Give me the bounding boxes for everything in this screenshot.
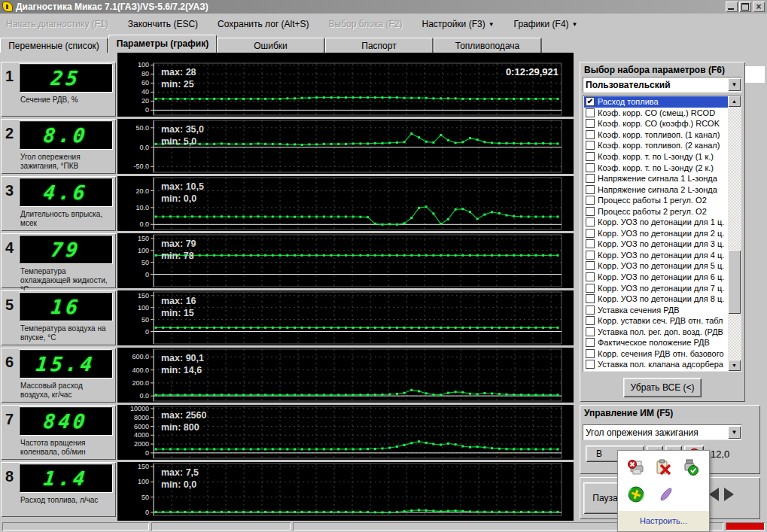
checkbox-icon[interactable] (586, 207, 595, 216)
menu-item[interactable]: Закончить (ESC) (128, 19, 198, 29)
checkbox-icon[interactable] (586, 360, 595, 369)
checkbox-icon[interactable] (586, 174, 595, 183)
parameter-list-item[interactable]: Корр. УОЗ по детонации для 7 ц. (584, 282, 728, 293)
scrollbar-thumb[interactable] (728, 250, 741, 314)
parameter-list-item[interactable]: Фактическое положение РДВ (584, 337, 728, 348)
graph-plot: 1000080006000400020000max: 2560min: 800 (117, 405, 574, 460)
printer-error-icon[interactable] (627, 458, 645, 476)
checkbox-icon[interactable] (586, 316, 595, 325)
parameter-index: 2 (5, 125, 14, 142)
parameter-list-item[interactable]: Корр. УОЗ по детонации для 3 ц. (584, 239, 728, 250)
tab-inactive[interactable]: Переменные (список) (0, 38, 108, 53)
graph-row: 150100500max: 7,5min: 0,0 (117, 462, 574, 517)
svg-text:10000: 10000 (130, 405, 149, 412)
parameter-tile: 81.4Расход топлива, л/час (1, 462, 116, 517)
checkbox-icon[interactable] (586, 239, 595, 248)
tab-inactive[interactable]: Паспорт (325, 38, 434, 53)
parameter-value: 1.4 (42, 467, 89, 490)
parameter-list-item[interactable]: Корр. УОЗ по детонации для 2 ц. (584, 228, 728, 239)
parameter-list-item[interactable]: Коэф. корр. т. по L-зонду (1 к.) (584, 151, 728, 163)
parameter-list-item[interactable]: Корр. УОЗ по детонации для 1 ц. (584, 217, 728, 228)
clipboard-delete-icon[interactable] (654, 458, 672, 476)
tab-inactive[interactable]: Топливоподача (434, 38, 542, 53)
parameter-list-item[interactable]: Напряжение сигнала 2 L-зонда (584, 184, 728, 195)
parameter-list-item[interactable]: Уставка пол. клапана адсорбера (584, 359, 728, 370)
menu-item: Выбор блока (F2) (329, 19, 403, 29)
checkbox-icon[interactable] (586, 130, 595, 139)
feather-icon[interactable] (657, 485, 675, 503)
checkbox-icon[interactable] (586, 163, 595, 172)
tab-active[interactable]: Параметры (график) (108, 35, 217, 53)
parameter-list-item[interactable]: Коэф. корр. СО (коэфф.) RCOK (584, 118, 728, 129)
led-display: 8.0 (20, 121, 112, 149)
checkbox-icon[interactable] (586, 327, 595, 336)
parameter-list-label: Напряжение сигнала 1 L-зонда (598, 174, 717, 183)
scroll-down-icon[interactable]: ▼ (728, 360, 741, 371)
checkbox-icon[interactable] (586, 185, 595, 194)
parameter-value: 840 (42, 410, 89, 433)
parameter-list-item[interactable]: Процесс работы 2 регул. О2 (584, 205, 728, 217)
checkbox-icon[interactable] (586, 141, 595, 150)
parameter-list-item[interactable]: Коэф. корр. топливоп. (1 канал) (584, 129, 728, 141)
parameter-list-item[interactable]: Корр. УОЗ по детонации для 4 ц. (584, 250, 728, 261)
parameter-list-item[interactable]: Корр. уставки сеч. РДВ отн. табл (584, 315, 728, 327)
checkbox-icon[interactable]: ✔ (586, 97, 595, 106)
parameter-set-combobox[interactable]: Пользовательский ▼ (583, 77, 741, 93)
close-button[interactable]: × (753, 2, 765, 12)
menu-item[interactable]: Сохранить лог (Alt+S) (218, 19, 309, 29)
checkbox-icon[interactable] (586, 229, 595, 238)
checkbox-icon[interactable] (586, 349, 595, 358)
restore-icon (741, 3, 749, 11)
checkbox-icon[interactable] (586, 251, 595, 260)
parameter-list-item[interactable]: Напряжение сигнала 1 L-зонда (584, 173, 728, 184)
parameter-list-label: Уставка пол. рег. доп. возд. (РДВ (598, 327, 723, 336)
checkbox-icon[interactable] (586, 152, 595, 161)
narrow-arrow-icon[interactable] (709, 488, 719, 501)
menu-item[interactable]: Графики (F4)▼ (514, 19, 578, 29)
led-display: 4.6 (20, 178, 112, 206)
parameter-list-item[interactable]: Корр. сечения РДВ отн. базового (584, 348, 728, 360)
antivirus-sphere-icon[interactable] (627, 485, 645, 503)
parameter-list-item[interactable]: Корр. УОЗ по детонации для 6 ц. (584, 272, 728, 283)
parameter-list-item[interactable]: ✔Расход топлива (584, 96, 728, 108)
parameter-list-label: Корр. УОЗ по детонации для 3 ц. (598, 239, 724, 248)
parameter-list-item[interactable]: Уставка пол. рег. доп. возд. (РДВ (584, 326, 728, 337)
parameter-list-item[interactable]: Коэф. корр. топливоп. (2 канал) (584, 140, 728, 151)
chevron-down-icon[interactable]: ▼ (728, 78, 741, 91)
checkbox-icon[interactable] (586, 217, 595, 226)
graph-plot: 20.010.00.0max: 10,5min: 0,0 (117, 176, 574, 231)
parameter-list-item[interactable]: Процесс работы 1 регул. О2 (584, 195, 728, 206)
checkbox-icon[interactable] (586, 284, 595, 293)
checkbox-icon[interactable] (586, 119, 595, 128)
svg-text:50: 50 (142, 316, 149, 324)
parameter-list-label: Коэф. корр. т. по L-зонду (1 к.) (598, 152, 714, 161)
checkbox-icon[interactable] (586, 261, 595, 270)
graph-plot: 50.00.0-50.0max: 35,0min: 5,0 (117, 119, 574, 174)
usb-connected-icon[interactable] (681, 458, 699, 476)
restore-button[interactable] (739, 2, 751, 12)
checkbox-icon[interactable] (586, 108, 595, 117)
checkbox-icon[interactable] (586, 338, 595, 347)
checkbox-icon[interactable] (586, 196, 595, 205)
chevron-down-icon[interactable]: ▼ (728, 426, 741, 439)
parameter-list-item[interactable]: Корр. УОЗ по детонации для 5 ц. (584, 260, 728, 272)
widen-arrow-icon[interactable] (724, 488, 734, 501)
remove-all-button[interactable]: Убрать ВСЕ (<) (623, 378, 702, 397)
actuator-combobox[interactable]: Угол опрежения зажигания ▼ (583, 424, 741, 440)
scroll-up-icon[interactable]: ▲ (728, 96, 741, 107)
menu-item[interactable]: Настройки (F3)▼ (422, 19, 494, 29)
parameter-list-label: Коэф. корр. топливоп. (1 канал) (598, 130, 720, 139)
minimize-button[interactable] (726, 2, 738, 12)
parameter-list-item[interactable]: Корр. УОЗ по детонации для 8 ц. (584, 293, 728, 305)
checkbox-icon[interactable] (586, 294, 595, 303)
checkbox-icon[interactable] (586, 272, 595, 281)
parameter-list-item[interactable]: Коэф. корр. т. по L-зонду (2 к.) (584, 162, 728, 173)
checkbox-icon[interactable] (586, 306, 595, 315)
parameter-list-item[interactable]: Уставка сечения РДВ (584, 304, 728, 315)
tray-configure-link[interactable]: Настроить... (618, 511, 709, 531)
parameter-list-item[interactable]: Коэф. корр. СО (смещ.) RCOD (584, 108, 728, 119)
svg-text:min: 78: min: 78 (161, 251, 194, 261)
parameter-list-scrollbar[interactable]: ▲ ▼ (728, 96, 741, 371)
tab-inactive[interactable]: Ошибки (217, 38, 325, 53)
parameter-value: 15.4 (35, 353, 97, 375)
